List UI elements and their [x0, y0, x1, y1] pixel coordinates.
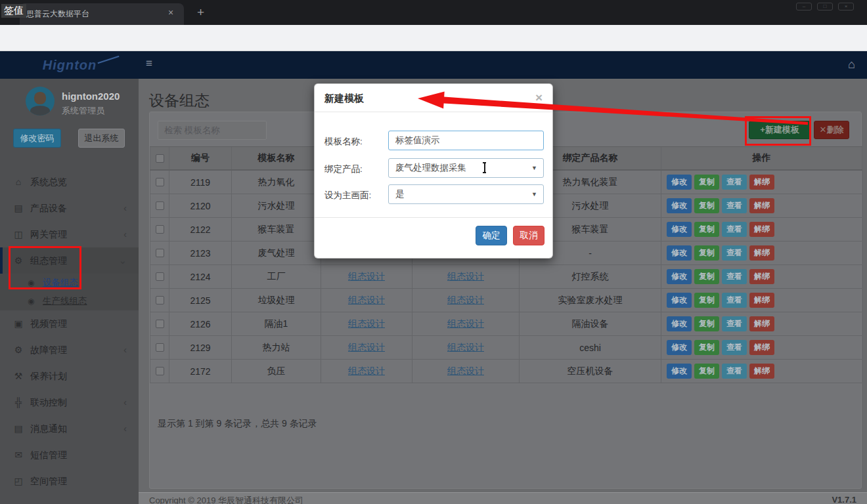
- new-tab-icon[interactable]: +: [197, 5, 204, 20]
- sidebar-item-空间管理[interactable]: ◰空间管理: [0, 468, 139, 494]
- logout-button[interactable]: 退出系统: [78, 129, 125, 148]
- action-查看-button[interactable]: 查看: [722, 293, 747, 308]
- chevron-icon: ‹: [123, 337, 127, 363]
- design-link[interactable]: 组态设计: [447, 342, 484, 354]
- action-查看-button[interactable]: 查看: [722, 269, 747, 284]
- design-link[interactable]: 组态设计: [348, 342, 385, 354]
- action-复制-button[interactable]: 复制: [694, 316, 719, 331]
- action-修改-button[interactable]: 修改: [667, 198, 692, 213]
- sidebar-item-视频管理[interactable]: ▣视频管理: [0, 310, 139, 337]
- action-复制-button[interactable]: 复制: [694, 340, 719, 355]
- window-minimize-icon[interactable]: –: [796, 3, 812, 10]
- action-查看-button[interactable]: 查看: [722, 340, 747, 355]
- action-查看-button[interactable]: 查看: [722, 316, 747, 331]
- action-复制-button[interactable]: 复制: [694, 269, 719, 284]
- select-all-checkbox[interactable]: [156, 154, 164, 163]
- action-查看-button[interactable]: 查看: [722, 198, 747, 213]
- divider: [315, 217, 552, 218]
- action-解绑-button[interactable]: 解绑: [749, 364, 774, 379]
- change-password-button[interactable]: 修改密码: [13, 129, 61, 148]
- action-解绑-button[interactable]: 解绑: [749, 293, 774, 308]
- sidebar-item-保养计划[interactable]: ⚒保养计划: [0, 363, 139, 389]
- sidebar-subitem-label[interactable]: 设备组态: [43, 278, 78, 287]
- action-修改-button[interactable]: 修改: [667, 364, 692, 379]
- design-link-cell: 组态设计: [412, 360, 520, 383]
- action-复制-button[interactable]: 复制: [694, 293, 719, 308]
- action-修改-button[interactable]: 修改: [667, 269, 692, 284]
- sidebar-item-网关管理[interactable]: ◫网关管理‹: [0, 221, 139, 247]
- design-link[interactable]: 组态设计: [348, 318, 385, 330]
- action-复制-button[interactable]: 复制: [694, 198, 719, 213]
- action-解绑-button[interactable]: 解绑: [749, 316, 774, 331]
- row-checkbox[interactable]: [156, 367, 164, 375]
- row-checkbox[interactable]: [156, 320, 164, 328]
- action-解绑-button[interactable]: 解绑: [749, 198, 774, 213]
- template-name-input[interactable]: 标签值演示: [388, 131, 544, 150]
- tab-close-icon[interactable]: ×: [168, 8, 173, 17]
- action-查看-button[interactable]: 查看: [722, 222, 747, 237]
- row-checkbox[interactable]: [156, 178, 164, 186]
- action-修改-button[interactable]: 修改: [667, 222, 692, 237]
- action-查看-button[interactable]: 查看: [722, 245, 747, 261]
- action-查看-button[interactable]: 查看: [722, 364, 747, 379]
- sidebar-item-消息通知[interactable]: ▤消息通知‹: [0, 415, 139, 442]
- chevron-icon: ‹: [123, 221, 127, 247]
- action-复制-button[interactable]: 复制: [694, 245, 719, 261]
- brand-logo[interactable]: Hignton: [24, 58, 116, 73]
- design-link[interactable]: 组态设计: [447, 271, 484, 283]
- action-解绑-button[interactable]: 解绑: [749, 269, 774, 284]
- action-修改-button[interactable]: 修改: [667, 316, 692, 331]
- window-close-icon[interactable]: ×: [838, 3, 854, 10]
- delete-button[interactable]: ✕删除: [814, 121, 849, 139]
- design-link[interactable]: 组态设计: [447, 295, 484, 306]
- sidebar-subitem-label[interactable]: 生产线组态: [43, 296, 87, 306]
- design-link[interactable]: 组态设计: [348, 366, 385, 377]
- row-checkbox[interactable]: [156, 249, 164, 257]
- row-checkbox[interactable]: [156, 272, 164, 281]
- modal-close-icon[interactable]: ×: [535, 91, 543, 105]
- id-cell: 2129: [169, 336, 232, 359]
- sidebar-item-故障管理[interactable]: ⚙故障管理‹: [0, 337, 139, 363]
- sidebar-toggle-icon[interactable]: ≡: [146, 57, 152, 70]
- action-解绑-button[interactable]: 解绑: [749, 222, 774, 237]
- row-checkbox[interactable]: [156, 225, 164, 234]
- row-checkbox[interactable]: [156, 343, 164, 352]
- home-icon[interactable]: ⌂: [848, 58, 855, 72]
- design-link[interactable]: 组态设计: [447, 318, 484, 330]
- cancel-button[interactable]: 取消: [513, 226, 545, 245]
- sidebar-item-产品设备[interactable]: ▤产品设备‹: [0, 195, 139, 221]
- action-解绑-button[interactable]: 解绑: [749, 245, 774, 261]
- linkage-icon: ╬: [12, 389, 25, 415]
- annotation-badge: 签值: [1, 4, 26, 18]
- design-link[interactable]: 组态设计: [447, 366, 484, 377]
- action-复制-button[interactable]: 复制: [694, 175, 719, 190]
- sidebar-subitem-设备组态[interactable]: ◉设备组态: [0, 274, 139, 292]
- sidebar-item-组态管理[interactable]: ⚙组态管理⌄: [0, 247, 139, 274]
- sidebar-item-短信管理[interactable]: ✉短信管理: [0, 442, 139, 468]
- action-复制-button[interactable]: 复制: [694, 364, 719, 379]
- action-解绑-button[interactable]: 解绑: [749, 175, 774, 190]
- sidebar-item-系统总览[interactable]: ⌂系统总览: [0, 169, 139, 195]
- action-修改-button[interactable]: 修改: [667, 175, 692, 190]
- action-修改-button[interactable]: 修改: [667, 340, 692, 355]
- new-template-button[interactable]: +新建模板: [749, 121, 811, 139]
- action-修改-button[interactable]: 修改: [667, 293, 692, 308]
- search-input[interactable]: 检索 模板名称: [158, 121, 267, 140]
- action-修改-button[interactable]: 修改: [667, 245, 692, 261]
- sidebar-subitem-生产线组态[interactable]: ◉生产线组态: [0, 292, 139, 310]
- confirm-button[interactable]: 确定: [476, 226, 507, 245]
- bind-product-select[interactable]: 废气处理数据采集 ▼: [388, 158, 544, 178]
- action-查看-button[interactable]: 查看: [722, 175, 747, 190]
- main-screen-select[interactable]: 是 ▼: [388, 184, 544, 204]
- user-name: hignton2020: [62, 91, 120, 102]
- action-解绑-button[interactable]: 解绑: [749, 340, 774, 355]
- browser-tab[interactable]: 思普云大数据平台: [20, 3, 184, 25]
- design-link[interactable]: 组态设计: [348, 271, 385, 283]
- row-checkbox[interactable]: [156, 296, 164, 304]
- row-checkbox[interactable]: [156, 201, 164, 210]
- action-复制-button[interactable]: 复制: [694, 222, 719, 237]
- design-link[interactable]: 组态设计: [348, 295, 385, 306]
- sidebar-item-联动控制[interactable]: ╬联动控制‹: [0, 389, 139, 415]
- row-checkbox-cell: [150, 265, 169, 288]
- window-maximize-icon[interactable]: □: [817, 3, 833, 10]
